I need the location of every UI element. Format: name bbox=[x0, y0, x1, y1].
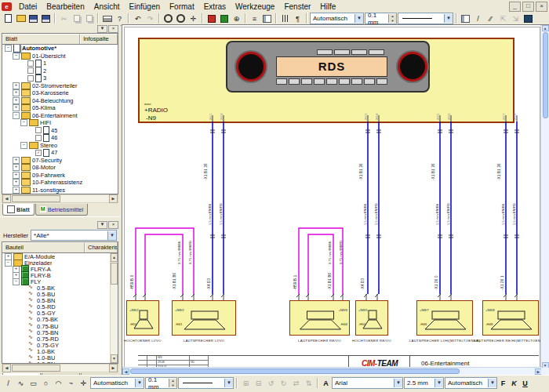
redo-icon[interactable]: ↷ bbox=[144, 13, 156, 24]
pane-collapse-icon[interactable]: ▼ bbox=[97, 25, 107, 33]
cut-icon[interactable]: ✂ bbox=[58, 13, 70, 24]
expander-icon[interactable]: − bbox=[5, 260, 12, 267]
tree-item[interactable]: 1.0-BK bbox=[2, 348, 118, 354]
sheet-checkbox[interactable] bbox=[35, 127, 42, 133]
tree-item[interactable]: +FLRY-B bbox=[2, 272, 118, 278]
pane-close-icon[interactable]: × bbox=[108, 25, 118, 33]
pilcrow-icon[interactable]: ¶ bbox=[292, 13, 304, 24]
scroll-thumb[interactable] bbox=[12, 195, 60, 202]
draw-rectangle-icon[interactable]: ▭ bbox=[27, 378, 39, 388]
tree-item[interactable]: 2 bbox=[2, 67, 118, 75]
canvas-hscrollbar[interactable]: ◀ ▶ bbox=[122, 367, 542, 375]
tree-item[interactable]: +05-Klima bbox=[2, 104, 118, 112]
minimize-button[interactable]: _ bbox=[509, 2, 521, 12]
expander-icon[interactable]: + bbox=[13, 97, 20, 104]
tree-item[interactable]: 0.75-BK bbox=[2, 317, 118, 323]
tree-item[interactable]: 1 bbox=[2, 60, 118, 67]
expander-icon[interactable]: + bbox=[13, 187, 20, 194]
tree-item[interactable]: 45 bbox=[2, 127, 118, 135]
hersteller-select[interactable]: *Alle*▼ bbox=[31, 230, 117, 241]
tree-item[interactable]: 0.5-GY bbox=[2, 310, 118, 317]
scroll-right-icon[interactable]: ▶ bbox=[109, 194, 118, 203]
draw-spline-icon[interactable]: ~ bbox=[65, 378, 77, 388]
tree-item[interactable]: ✓47 bbox=[2, 149, 118, 157]
font-select[interactable]: Arial▼ bbox=[332, 377, 403, 389]
scroll-thumb[interactable] bbox=[130, 368, 460, 374]
device-icon[interactable] bbox=[218, 13, 230, 24]
list-icon[interactable]: ≡ bbox=[249, 13, 260, 24]
scroll-left-icon[interactable]: ◀ bbox=[2, 364, 11, 372]
menu-item-hilfe[interactable]: Hilfe bbox=[315, 2, 340, 11]
zoom-out-icon[interactable] bbox=[175, 13, 187, 24]
speaker-box[interactable]: +N9/8-H48 bbox=[482, 300, 539, 336]
tree-item[interactable]: 0.75-GY bbox=[2, 342, 118, 348]
close-button[interactable]: × bbox=[536, 2, 547, 12]
connect-icon[interactable] bbox=[205, 13, 217, 24]
speaker-box[interactable]: +N9/3-H44 bbox=[289, 300, 350, 336]
tree-item[interactable]: −FLY bbox=[2, 278, 118, 285]
snap-icon[interactable]: ⊕ bbox=[231, 13, 242, 24]
sheet-checkbox[interactable] bbox=[27, 67, 34, 74]
save-icon[interactable] bbox=[27, 13, 39, 24]
tab-blatt[interactable]: Blatt bbox=[2, 204, 35, 216]
text-size-select[interactable]: 2.5 mm▼ bbox=[404, 377, 444, 389]
scroll-right-icon[interactable]: ▶ bbox=[109, 364, 118, 372]
paste-icon[interactable] bbox=[83, 13, 95, 24]
help-icon[interactable]: ? bbox=[114, 13, 125, 24]
expander-icon[interactable]: − bbox=[20, 142, 27, 149]
draw-line-icon[interactable]: / bbox=[2, 378, 14, 388]
properties-icon[interactable] bbox=[261, 13, 273, 24]
draw-circle-icon[interactable]: ○ bbox=[40, 378, 52, 388]
speaker-box[interactable]: +N9/2-H41 bbox=[172, 300, 236, 336]
tree-item[interactable]: +09-Fahrwerk bbox=[2, 172, 118, 180]
flip-v-icon[interactable]: ⇅ bbox=[303, 378, 314, 388]
expander-icon[interactable]: − bbox=[13, 112, 20, 119]
menu-item-datei[interactable]: Datei bbox=[14, 2, 42, 11]
tree-item[interactable]: −01-Übersicht bbox=[2, 53, 118, 60]
scroll-thumb[interactable] bbox=[111, 263, 118, 285]
tree-item[interactable]: 0.5-BK bbox=[2, 285, 118, 291]
menu-item-ansicht[interactable]: Ansicht bbox=[89, 2, 125, 11]
tree-item[interactable]: 1.0-BU bbox=[2, 355, 118, 361]
menu-item-extras[interactable]: Extras bbox=[199, 2, 231, 11]
tree-item[interactable]: −Einzelader bbox=[2, 260, 118, 266]
italic-button[interactable]: K bbox=[509, 378, 519, 388]
rotate-right-icon[interactable]: ↻ bbox=[278, 378, 289, 388]
parts-vscrollbar[interactable]: ▲ ▼ bbox=[110, 253, 118, 363]
save-all-icon[interactable] bbox=[40, 13, 52, 24]
menu-item-einfügen[interactable]: Einfügen bbox=[125, 2, 165, 11]
expander-icon[interactable]: + bbox=[13, 172, 20, 179]
bars-icon[interactable] bbox=[279, 13, 291, 24]
scroll-left-icon[interactable]: ◀ bbox=[122, 368, 129, 375]
column-header[interactable]: Blatt bbox=[2, 34, 80, 44]
tree-item[interactable]: −HIFI bbox=[2, 119, 118, 127]
tree-item[interactable]: 0.5-BN bbox=[2, 298, 118, 304]
scroll-down-icon[interactable]: ▼ bbox=[111, 354, 118, 363]
pane-close-icon[interactable]: × bbox=[108, 221, 118, 229]
column-header[interactable]: Bauteil bbox=[2, 242, 85, 252]
draw-double-line-icon[interactable]: ⁄⁄ bbox=[485, 13, 496, 24]
speaker-box[interactable]: +N9/5-H50 bbox=[355, 300, 388, 336]
dimension-icon[interactable]: ⇱ bbox=[497, 13, 509, 24]
speaker-box[interactable]: +N9/2-H50 bbox=[126, 300, 159, 336]
column-header[interactable]: Infospalte bbox=[80, 34, 118, 44]
line-mode-select[interactable]: Automatisch▼ bbox=[90, 377, 144, 389]
tree-item[interactable]: +11-sonstiges bbox=[2, 187, 118, 194]
rotate-left-icon[interactable]: ↺ bbox=[265, 378, 277, 388]
expander-icon[interactable]: + bbox=[13, 82, 20, 89]
underline-button[interactable]: U bbox=[520, 378, 530, 388]
tree-item[interactable]: +03-Karosserie bbox=[2, 89, 118, 97]
line-width-spinner[interactable]: 0.1 mm▲▼ bbox=[145, 377, 177, 389]
tree-item[interactable]: 1.0-BN bbox=[2, 361, 118, 364]
tree-item[interactable]: 0.75-RD bbox=[2, 336, 118, 342]
menu-item-fenster[interactable]: Fenster bbox=[279, 2, 315, 11]
expander-icon[interactable]: + bbox=[13, 104, 20, 111]
parts-hscrollbar[interactable]: ◀ ▶ bbox=[2, 364, 118, 372]
drawing-canvas[interactable]: RDS wurz +RADIO -N9 26/126/2-X1 B1 261.5… bbox=[122, 24, 549, 375]
draw-line-icon[interactable]: / bbox=[472, 13, 484, 24]
expander-icon[interactable]: + bbox=[13, 164, 20, 171]
sheet-checkbox[interactable] bbox=[27, 60, 34, 67]
tree-item[interactable]: 0.5-BU bbox=[2, 292, 118, 298]
expander-icon[interactable]: − bbox=[13, 53, 20, 60]
tree-item[interactable]: −06-Entertainment bbox=[2, 112, 118, 120]
